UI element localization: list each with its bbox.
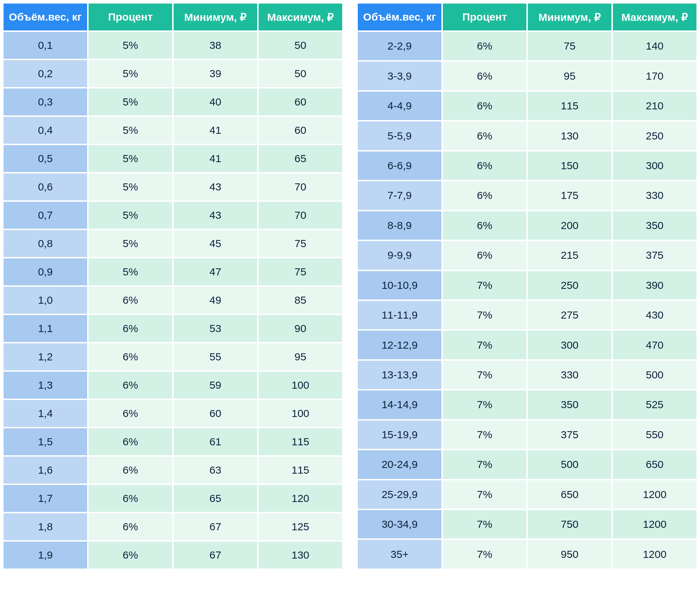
cell-percent: 7% — [442, 360, 527, 390]
table-row: 0,35%4060 — [3, 88, 343, 116]
cell-max: 50 — [258, 59, 343, 88]
cell-weight: 15-19,9 — [357, 420, 442, 450]
cell-weight: 1,3 — [3, 371, 88, 399]
table-row: 0,75%4370 — [3, 201, 343, 229]
cell-min: 215 — [527, 240, 612, 270]
cell-percent: 6% — [88, 371, 173, 399]
cell-weight: 1,0 — [3, 286, 88, 314]
cell-min: 38 — [173, 31, 258, 59]
cell-min: 200 — [527, 211, 612, 240]
cell-max: 60 — [258, 116, 343, 144]
cell-max: 350 — [612, 211, 697, 240]
cell-min: 45 — [173, 229, 258, 258]
cell-max: 120 — [258, 484, 343, 513]
cell-min: 500 — [527, 450, 612, 479]
col-header-max: Максимум, ₽ — [258, 3, 343, 31]
col-header-percent: Процент — [88, 3, 173, 31]
cell-max: 140 — [612, 31, 697, 61]
cell-percent: 6% — [442, 181, 527, 210]
cell-percent: 6% — [88, 541, 173, 569]
cell-weight: 1,7 — [3, 484, 88, 513]
cell-weight: 5-5,9 — [357, 121, 442, 150]
cell-max: 550 — [612, 420, 697, 450]
cell-percent: 6% — [88, 314, 173, 343]
col-header-min: Минимум, ₽ — [527, 3, 612, 31]
cell-weight: 0,5 — [3, 144, 88, 173]
cell-percent: 6% — [442, 121, 527, 150]
cell-percent: 6% — [88, 286, 173, 314]
cell-percent: 5% — [88, 59, 173, 88]
cell-weight: 1,8 — [3, 513, 88, 541]
cell-max: 130 — [258, 541, 343, 569]
table-row: 2-2,96%75140 — [357, 31, 697, 61]
table-row: 5-5,96%130250 — [357, 121, 697, 150]
cell-min: 41 — [173, 144, 258, 173]
cell-percent: 7% — [442, 300, 527, 330]
cell-min: 59 — [173, 371, 258, 399]
cell-min: 60 — [173, 399, 258, 428]
table-row: 1,06%4985 — [3, 286, 343, 314]
cell-min: 95 — [527, 61, 612, 91]
col-header-min: Минимум, ₽ — [173, 3, 258, 31]
cell-max: 60 — [258, 88, 343, 116]
cell-min: 115 — [527, 91, 612, 121]
cell-max: 210 — [612, 91, 697, 121]
cell-weight: 11-11,9 — [357, 300, 442, 330]
cell-min: 67 — [173, 513, 258, 541]
cell-min: 300 — [527, 330, 612, 360]
table-row: 0,95%4775 — [3, 258, 343, 286]
cell-percent: 5% — [88, 258, 173, 286]
cell-min: 130 — [527, 121, 612, 150]
cell-min: 43 — [173, 173, 258, 201]
cell-min: 375 — [527, 420, 612, 450]
cell-min: 250 — [527, 270, 612, 300]
cell-percent: 5% — [88, 88, 173, 116]
cell-percent: 7% — [442, 480, 527, 509]
cell-percent: 5% — [88, 144, 173, 173]
table-row: 30-34,97%7501200 — [357, 509, 697, 539]
cell-max: 650 — [612, 450, 697, 479]
cell-max: 500 — [612, 360, 697, 390]
table-row: 0,25%3950 — [3, 59, 343, 88]
table-row: 4-4,96%115210 — [357, 91, 697, 121]
cell-min: 49 — [173, 286, 258, 314]
col-header-percent: Процент — [442, 3, 527, 31]
cell-min: 63 — [173, 456, 258, 484]
cell-percent: 6% — [88, 399, 173, 428]
cell-weight: 0,7 — [3, 201, 88, 229]
cell-weight: 7-7,9 — [357, 181, 442, 210]
table-row: 15-19,97%375550 — [357, 420, 697, 450]
table-body-left: 0,15%38500,25%39500,35%40600,45%41600,55… — [3, 31, 343, 569]
table-row: 10-10,97%250390 — [357, 270, 697, 300]
cell-weight: 1,9 — [3, 541, 88, 569]
cell-min: 330 — [527, 360, 612, 390]
cell-weight: 1,4 — [3, 399, 88, 428]
cell-min: 47 — [173, 258, 258, 286]
cell-percent: 6% — [442, 31, 527, 61]
cell-min: 275 — [527, 300, 612, 330]
cell-min: 65 — [173, 484, 258, 513]
cell-weight: 13-13,9 — [357, 360, 442, 390]
cell-percent: 6% — [442, 91, 527, 121]
cell-percent: 5% — [88, 31, 173, 59]
cell-min: 39 — [173, 59, 258, 88]
cell-min: 350 — [527, 390, 612, 419]
table-row: 13-13,97%330500 — [357, 360, 697, 390]
cell-min: 43 — [173, 201, 258, 229]
cell-min: 750 — [527, 509, 612, 539]
cell-min: 175 — [527, 181, 612, 210]
cell-weight: 25-29,9 — [357, 480, 442, 509]
cell-min: 67 — [173, 541, 258, 569]
cell-weight: 0,4 — [3, 116, 88, 144]
table-row: 0,45%4160 — [3, 116, 343, 144]
table-header-row: Объём.вес, кг Процент Минимум, ₽ Максиму… — [3, 3, 343, 31]
cell-min: 650 — [527, 480, 612, 509]
table-row: 1,66%63115 — [3, 456, 343, 484]
pricing-table-left: Объём.вес, кг Процент Минимум, ₽ Максиму… — [3, 3, 343, 569]
cell-min: 40 — [173, 88, 258, 116]
table-row: 3-3,96%95170 — [357, 61, 697, 91]
cell-weight: 9-9,9 — [357, 240, 442, 270]
cell-percent: 7% — [442, 420, 527, 450]
table-row: 0,15%3850 — [3, 31, 343, 59]
col-header-weight: Объём.вес, кг — [3, 3, 88, 31]
